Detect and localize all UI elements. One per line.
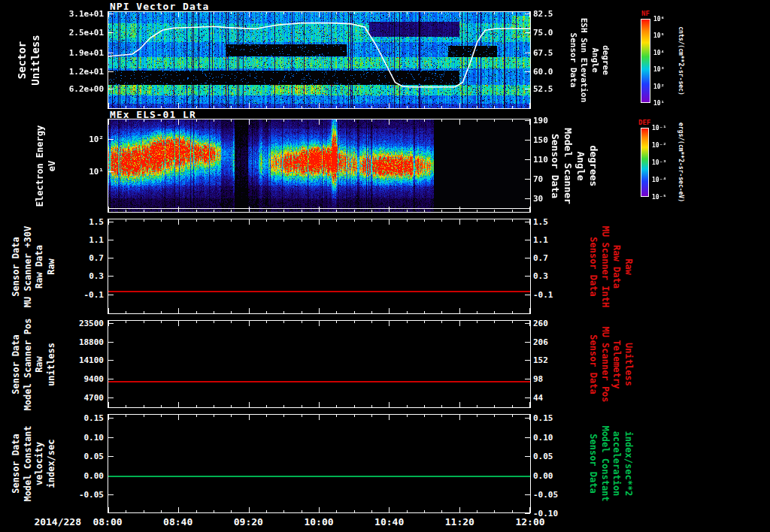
- y-axis-tick-left: [108, 71, 114, 72]
- x-axis-tick: [214, 405, 214, 407]
- panel-frame-mex-els-01-lr: [108, 119, 531, 213]
- x-axis-tick: [371, 311, 372, 313]
- x-axis-tick: [126, 510, 126, 512]
- y-axis-tick-left: [108, 323, 114, 324]
- y-tick-label-right: -0.1: [533, 290, 578, 300]
- y-tick-label-right: 1.5: [533, 217, 578, 227]
- y-axis-label-right-mex-els-01-lr: degrees Angle Model Scanner Sensor Data: [548, 128, 599, 204]
- y-axis-tick-right: [525, 14, 530, 14]
- y-tick-label-left: 1.9e+01: [59, 48, 104, 58]
- nf-colorbar-tick-label: 10⁶: [653, 16, 664, 23]
- x-axis-tick: [407, 219, 408, 222]
- x-axis-tick: [319, 308, 320, 313]
- y-tick-label-left: 10¹: [59, 167, 104, 177]
- x-axis-tick: [494, 405, 495, 407]
- time-tick-label: 10:00: [295, 516, 343, 527]
- x-axis-tick: [196, 510, 197, 512]
- x-axis-tick: [108, 402, 109, 407]
- x-axis-tick: [512, 210, 513, 212]
- x-axis-tick: [178, 119, 179, 125]
- y-tick-label-left: 4700: [59, 393, 104, 403]
- x-axis-tick: [336, 219, 337, 222]
- y-axis-tick-right: [525, 258, 530, 258]
- x-axis-tick: [407, 321, 408, 323]
- x-axis-tick: [424, 219, 425, 222]
- x-axis-tick: [302, 510, 302, 512]
- x-axis-tick: [441, 405, 442, 407]
- x-axis-tick: [126, 12, 126, 14]
- x-axis-tick: [266, 210, 267, 212]
- x-axis-tick: [302, 106, 302, 108]
- x-axis-tick: [336, 510, 337, 512]
- x-axis-tick: [231, 210, 232, 212]
- panel-frame-model-scanner-pos: [108, 320, 531, 408]
- x-axis-tick: [512, 415, 513, 417]
- x-axis-tick: [249, 308, 250, 313]
- y-axis-tick-left: [108, 171, 114, 172]
- x-axis-tick: [144, 219, 144, 222]
- x-axis-tick: [371, 106, 372, 108]
- y-axis-tick-left: [108, 437, 114, 438]
- x-axis-tick: [144, 12, 144, 14]
- x-axis-tick: [178, 507, 179, 512]
- y-tick-label-left: 0.7: [59, 253, 104, 263]
- y-axis-tick-right: [525, 323, 530, 324]
- x-axis-tick: [108, 507, 109, 512]
- x-axis-tick: [512, 510, 513, 512]
- y-tick-label-left: 0.00: [59, 471, 104, 481]
- y-axis-tick-right: [525, 120, 530, 121]
- x-axis-tick: [249, 103, 250, 108]
- y-axis-tick-left: [108, 139, 114, 140]
- x-axis-tick: [441, 106, 442, 108]
- x-axis-tick: [371, 119, 372, 122]
- x-axis-tick: [144, 106, 144, 108]
- x-axis-tick: [336, 106, 337, 108]
- x-axis-tick: [108, 103, 109, 108]
- y-axis-tick-left: [108, 14, 114, 14]
- time-tick-label: 12:00: [506, 516, 554, 527]
- x-axis-tick: [371, 405, 372, 407]
- nf-colorbar-tick-label: 10³: [653, 66, 664, 73]
- x-axis-tick: [354, 510, 355, 512]
- x-axis-tick: [302, 12, 302, 14]
- x-axis-tick: [424, 510, 425, 512]
- x-axis-tick: [529, 308, 530, 313]
- x-axis-tick: [144, 510, 144, 512]
- x-axis-tick: [477, 219, 477, 222]
- x-axis-tick: [459, 321, 460, 326]
- x-axis-tick: [371, 510, 372, 512]
- nf-colorbar-tick-label: 10²: [653, 83, 664, 90]
- y-axis-tick-right: [525, 89, 530, 89]
- x-axis-tick: [214, 510, 214, 512]
- y-axis-tick-right: [525, 437, 530, 438]
- y-axis-tick-right: [525, 418, 530, 419]
- x-axis-tick: [389, 507, 390, 512]
- x-axis-tick: [302, 321, 302, 323]
- x-axis-tick: [407, 119, 408, 122]
- data-line-model-scanner-pos: [108, 381, 530, 382]
- x-axis-tick: [494, 119, 495, 122]
- x-axis-tick: [266, 106, 267, 108]
- y-tick-label-right: 190: [533, 116, 578, 125]
- x-axis-tick: [302, 119, 302, 122]
- y-axis-tick-right: [525, 456, 530, 457]
- x-axis-tick: [161, 321, 162, 323]
- y-tick-label-right: 0.15: [533, 413, 578, 423]
- x-axis-tick: [354, 210, 355, 212]
- panel-frame-mu-scanner-raw: [108, 219, 531, 314]
- x-axis-tick: [144, 321, 144, 323]
- x-axis-tick: [214, 119, 214, 122]
- x-axis-tick: [302, 219, 302, 222]
- x-axis-tick: [178, 321, 179, 326]
- x-axis-tick: [371, 219, 372, 222]
- x-axis-tick: [178, 402, 179, 407]
- x-axis-tick: [354, 405, 355, 407]
- data-line-mu-scanner-raw: [108, 291, 530, 292]
- y-axis-tick-right: [525, 379, 530, 379]
- x-axis-tick: [389, 402, 390, 407]
- def-colorbar-tick-label: 10⁻³: [652, 159, 666, 166]
- x-axis-tick: [144, 415, 144, 417]
- x-axis-tick: [512, 219, 513, 222]
- y-axis-tick-left: [108, 295, 114, 295]
- x-axis-tick: [161, 12, 162, 14]
